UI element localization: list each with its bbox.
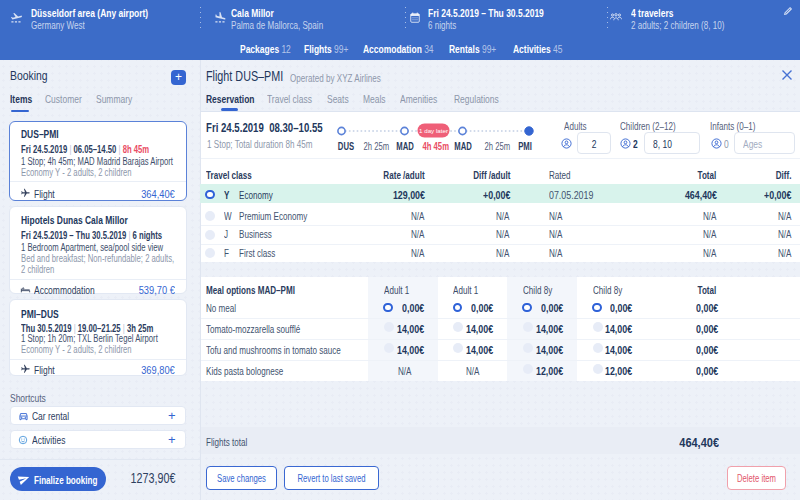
svg-text:1 day later: 1 day later — [419, 127, 448, 134]
